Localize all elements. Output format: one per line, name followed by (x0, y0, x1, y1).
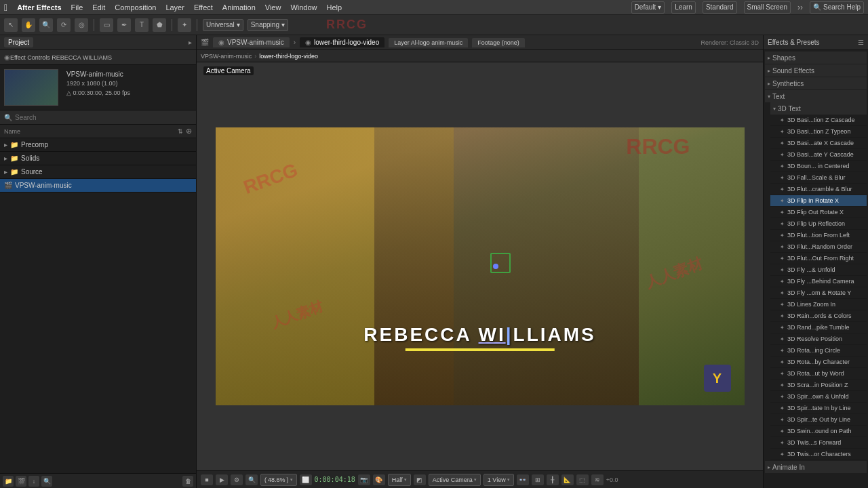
animate-in-label: Animate In (772, 464, 805, 471)
zoom-tool-icon[interactable]: 🔍 (39, 18, 53, 32)
comp-tab-1[interactable]: ◉ VPSW-anim-music (213, 37, 290, 47)
expand-icon[interactable]: ›› (797, 3, 803, 12)
learn-button[interactable]: Learn (671, 1, 696, 14)
menu-edit[interactable]: Edit (92, 3, 105, 12)
effect-3d-resolve-position[interactable]: ✦3D Resolve Position (770, 333, 867, 345)
synthetics-group-header[interactable]: ▸ Synthetics (765, 77, 867, 89)
effect-3d-fly-unfold[interactable]: ✦3D Fly ...& Unfold (770, 264, 867, 276)
mask-tool-icon[interactable]: ▭ (100, 18, 113, 32)
effect-3d-flip-up-reflection[interactable]: ✦3D Flip Up Reflection (770, 218, 867, 230)
sound-effects-group-header[interactable]: ▸ Sound Effects (765, 64, 867, 77)
camera-orbit-icon[interactable]: ◎ (75, 18, 88, 32)
menu-file[interactable]: File (71, 3, 83, 12)
snapshot-icon[interactable]: 📷 (358, 474, 370, 485)
motion-blur-icon[interactable]: ≋ (591, 474, 604, 485)
type-tool-icon[interactable]: T (135, 18, 149, 32)
effect-3d-flip-in-rotate-x[interactable]: ✦3D Flip In Rotate X (770, 195, 867, 207)
animate-in-header[interactable]: ▸ Animate In (765, 461, 867, 473)
select-tool-icon[interactable]: ↖ (4, 18, 18, 32)
resolution-button[interactable]: Half ▾ (388, 474, 411, 486)
menu-composition[interactable]: Composition (115, 3, 156, 12)
effect-3d-scra-position-z[interactable]: ✦3D Scra...in Position Z (770, 380, 867, 391)
effect-3d-flut-random-order[interactable]: ✦3D Flut...Random Order (770, 241, 867, 253)
effect-3d-rain-colors[interactable]: ✦3D Rain...ords & Colors (770, 310, 867, 322)
menu-help[interactable]: Help (327, 3, 342, 12)
effect-3d-fall-blur[interactable]: ✦3D Fall...Scale & Blur (770, 172, 867, 184)
transparency-icon[interactable]: ◩ (414, 474, 426, 485)
frame-icon[interactable]: ⬚ (576, 474, 589, 485)
effect-3d-twis-characters[interactable]: ✦3D Twis...or Characters (770, 449, 867, 460)
effect-3d-lines-zoom-in[interactable]: ✦3D Lines Zoom In (770, 299, 867, 310)
grid-icon[interactable]: ⊞ (532, 474, 544, 485)
effect-3d-flut-from-right[interactable]: ✦3D Flut...Out From Right (770, 253, 867, 264)
effect-3d-flut-blur[interactable]: ✦3D Flut...cramble & Blur (770, 184, 867, 195)
effect-3d-basi-y-cascade[interactable]: ✦3D Basi...ate Y Cascade (770, 149, 867, 161)
guides-icon[interactable]: ╂ (547, 474, 559, 485)
color-icon[interactable]: 🎨 (373, 474, 385, 485)
transport-play-icon[interactable]: ▶ (216, 474, 228, 485)
menu-window[interactable]: Window (290, 3, 317, 12)
layer-tab[interactable]: Layer Al-logo anim-music (389, 38, 468, 47)
project-item-precomp[interactable]: ▸ 📁 Precomp (0, 138, 196, 152)
effect-3d-rota-circle[interactable]: ✦3D Rota...ing Circle (770, 345, 867, 357)
comp-tab-2[interactable]: ◉ lower-third-logo-video (300, 37, 384, 47)
effect-3d-basi-z-cascade[interactable]: ✦3D Basi...tion Z Cascade (770, 115, 867, 126)
effect-3d-twis-forward[interactable]: ✦3D Twis...s Forward (770, 437, 867, 449)
project-item-vpsw[interactable]: 🎬 VPSW-anim-music (0, 179, 196, 192)
camera-select-button[interactable]: Active Camera ▾ (429, 474, 481, 486)
coord-space-dropdown[interactable]: Universal▾ (203, 19, 243, 31)
shapes-group-header[interactable]: ▸ Shapes (765, 52, 867, 64)
menu-animation[interactable]: Animation (222, 3, 256, 12)
menu-layer[interactable]: Layer (165, 3, 184, 12)
shape-tool-icon[interactable]: ⬟ (153, 18, 166, 32)
3d-glasses-icon[interactable]: 👓 (517, 474, 529, 485)
rulers-icon[interactable]: 📐 (561, 474, 574, 485)
standard-button[interactable]: Standard (703, 1, 737, 14)
rotate-tool-icon[interactable]: ⟳ (57, 18, 71, 32)
effect-3d-basi-x-cascade[interactable]: ✦3D Basi...ate X Cascade (770, 138, 867, 149)
project-tab[interactable]: Project (4, 37, 33, 47)
right-panel-menu-icon[interactable]: ☰ (858, 39, 864, 46)
zoom-button[interactable]: ( 48.6% ) ▾ (260, 474, 297, 486)
effect-3d-spir-in-line[interactable]: ✦3D Spir...tate In by Line (770, 403, 867, 414)
new-folder-icon[interactable]: 📁 (3, 476, 14, 487)
text-group-header[interactable]: ▾ Text (765, 90, 867, 102)
effect-3d-fly-rotate-y[interactable]: ✦3D Fly ...om & Rotate Y (770, 287, 867, 299)
effect-3d-rand-tumble[interactable]: ✦3D Rand...pike Tumble (770, 322, 867, 333)
viewport-settings-icon[interactable]: ⚙ (231, 474, 243, 485)
new-comp-icon[interactable]: ⊕ (186, 127, 192, 136)
transport-stop-icon[interactable]: ■ (201, 474, 213, 485)
menu-view[interactable]: View (265, 3, 281, 12)
effect-3d-flut-from-left[interactable]: ✦3D Flut...tion From Left (770, 230, 867, 241)
footage-tab[interactable]: Footage (none) (472, 38, 525, 47)
pen-tool-icon[interactable]: ✒ (117, 18, 131, 32)
project-item-solids[interactable]: ▸ 📁 Solids (0, 152, 196, 165)
snapping-dropdown[interactable]: Snapping▾ (248, 19, 288, 31)
name-text: REBECCA WI|LLIAMS (363, 324, 595, 346)
effect-3d-spir-out-line[interactable]: ✦3D Spir...te Out by Line (770, 414, 867, 426)
effect-3d-flip-out-rotate-x[interactable]: ✦3D Flip Out Rotate X (770, 207, 867, 218)
new-comp-btn-icon[interactable]: 🎬 (16, 476, 26, 487)
viewport-magnifier-icon[interactable]: 🔍 (245, 474, 258, 485)
menu-effect[interactable]: Effect (194, 3, 213, 12)
view-button[interactable]: 1 View ▾ (484, 474, 514, 486)
effect-3d-rota-character[interactable]: ✦3D Rota...by Character (770, 357, 867, 368)
effect-3d-basi-z-typeon[interactable]: ✦3D Basi...tion Z Typeon (770, 126, 867, 138)
import-icon[interactable]: ↓ (28, 476, 39, 487)
effect-3d-fly-behind-camera[interactable]: ✦3D Fly ...Behind Camera (770, 276, 867, 287)
effect-3d-boun-centered[interactable]: ✦3D Boun... in Centered (770, 161, 867, 172)
project-search-input[interactable] (15, 114, 192, 121)
project-item-source[interactable]: ▸ 📁 Source (0, 165, 196, 179)
search-help[interactable]: 🔍 Search Help (810, 1, 864, 14)
hand-tool-icon[interactable]: ✋ (22, 18, 35, 32)
puppet-tool-icon[interactable]: ✦ (178, 18, 191, 32)
3d-text-header[interactable]: ▾ 3D Text (770, 102, 867, 115)
workspace-dropdown[interactable]: Default ▾ (631, 1, 665, 14)
effect-3d-spir-unfold[interactable]: ✦3D Spir...own & Unfold (770, 391, 867, 403)
delete-icon[interactable]: 🗑 (182, 476, 193, 487)
search-project-icon[interactable]: 🔍 (41, 476, 52, 487)
small-screen-button[interactable]: Small Screen (744, 1, 791, 14)
fit-icon[interactable]: ⬜ (300, 474, 312, 485)
effect-3d-swin-path[interactable]: ✦3D Swin...ound on Path (770, 426, 867, 437)
effect-3d-rota-word[interactable]: ✦3D Rota...ut by Word (770, 368, 867, 380)
